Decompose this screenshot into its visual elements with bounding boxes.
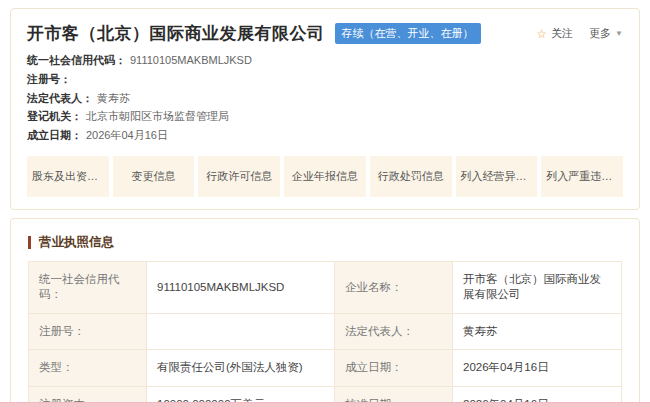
tab-illegal-list[interactable]: 列入严重违法失信... bbox=[541, 156, 623, 197]
business-license-card: 营业执照信息 统一社会信用代码： 91110105MAKBMLJKSD 企业名称… bbox=[10, 218, 640, 407]
table-value: 2026年04月16日 bbox=[453, 350, 622, 387]
field-label: 统一社会信用代码： bbox=[27, 54, 126, 66]
section-title: 营业执照信息 bbox=[39, 234, 114, 251]
field-label: 注册号： bbox=[27, 73, 71, 85]
field-established: 成立日期：2026年04月16日 bbox=[27, 129, 623, 143]
info-tabs: 股东及出资信息 变更信息 行政许可信息 企业年报信息 行政处罚信息 列入经营异常… bbox=[27, 156, 623, 197]
company-header-card: 开市客（北京）国际商业发展有限公司 存续（在营、开业、在册） ☆ 关注 更多 ▼… bbox=[10, 8, 640, 210]
field-value: 黄寿苏 bbox=[97, 92, 130, 104]
tab-abnormal-list[interactable]: 列入经营异常名录... bbox=[456, 156, 538, 197]
field-reg-number: 注册号： bbox=[27, 73, 623, 87]
tab-shareholders[interactable]: 股东及出资信息 bbox=[27, 156, 109, 197]
table-value: 91110105MAKBMLJKSD bbox=[147, 262, 335, 314]
field-value: 北京市朝阳区市场监督管理局 bbox=[86, 110, 229, 122]
table-value: 开市客（北京）国际商业发展有限公司 bbox=[453, 262, 622, 314]
title-row: 开市客（北京）国际商业发展有限公司 存续（在营、开业、在册） ☆ 关注 更多 ▼ bbox=[27, 22, 623, 45]
section-bar bbox=[28, 236, 31, 249]
table-label: 统一社会信用代码： bbox=[29, 262, 147, 314]
field-label: 成立日期： bbox=[27, 129, 82, 141]
table-label: 法定代表人： bbox=[335, 314, 453, 351]
table-value bbox=[147, 314, 335, 351]
more-button-label: 更多 bbox=[589, 26, 611, 41]
field-registry: 登记机关：北京市朝阳区市场监督管理局 bbox=[27, 110, 623, 124]
tab-admin-penalty[interactable]: 行政处罚信息 bbox=[370, 156, 452, 197]
field-legal-rep: 法定代表人：黄寿苏 bbox=[27, 92, 623, 106]
field-value: 91110105MAKBMLJKSD bbox=[130, 54, 252, 66]
table-label: 企业名称： bbox=[335, 262, 453, 314]
tab-annual-report[interactable]: 企业年报信息 bbox=[284, 156, 366, 197]
bottom-highlight-strip bbox=[0, 402, 650, 407]
field-label: 法定代表人： bbox=[27, 92, 93, 104]
chevron-down-icon: ▼ bbox=[615, 29, 623, 38]
header-actions: ☆ 关注 更多 ▼ bbox=[536, 26, 623, 41]
table-value: 黄寿苏 bbox=[453, 314, 622, 351]
page-title: 开市客（北京）国际商业发展有限公司 bbox=[27, 22, 325, 45]
table-label: 类型： bbox=[29, 350, 147, 387]
more-button[interactable]: 更多 ▼ bbox=[589, 26, 623, 41]
follow-button[interactable]: ☆ 关注 bbox=[536, 26, 573, 41]
field-credit-code: 统一社会信用代码：91110105MAKBMLJKSD bbox=[27, 54, 623, 68]
field-value: 2026年04月16日 bbox=[86, 129, 168, 141]
tab-admin-license[interactable]: 行政许可信息 bbox=[198, 156, 280, 197]
star-icon: ☆ bbox=[536, 27, 547, 41]
table-value: 有限责任公司(外国法人独资) bbox=[147, 350, 335, 387]
follow-button-label: 关注 bbox=[551, 26, 573, 41]
license-info-table: 统一社会信用代码： 91110105MAKBMLJKSD 企业名称： 开市客（北… bbox=[28, 261, 622, 407]
header-fields: 统一社会信用代码：91110105MAKBMLJKSD 注册号： 法定代表人：黄… bbox=[27, 54, 623, 143]
field-label: 登记机关： bbox=[27, 110, 82, 122]
table-label: 成立日期： bbox=[335, 350, 453, 387]
section-header: 营业执照信息 bbox=[28, 234, 624, 251]
status-badge: 存续（在营、开业、在册） bbox=[335, 23, 481, 44]
table-label: 注册号： bbox=[29, 314, 147, 351]
tab-changes[interactable]: 变更信息 bbox=[113, 156, 195, 197]
